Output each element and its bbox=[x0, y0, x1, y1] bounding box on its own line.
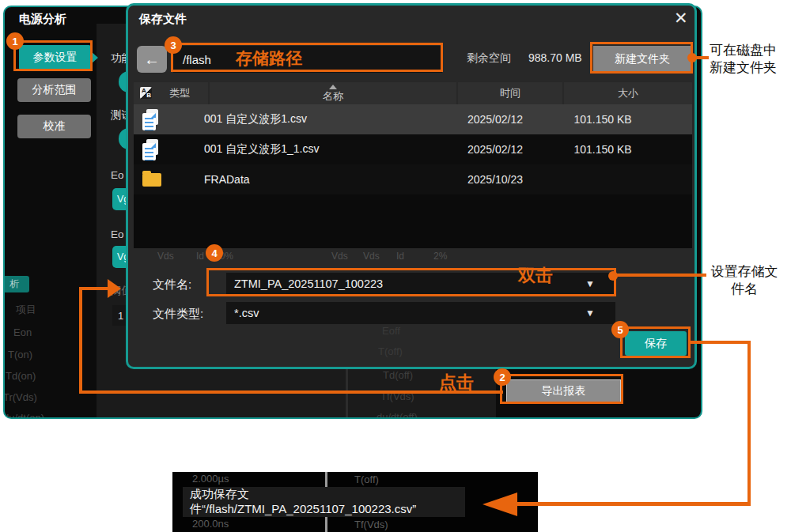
note-set-filename: 设置存储文 件名 bbox=[706, 263, 782, 298]
file-list-empty-area bbox=[134, 194, 692, 248]
column-header-name[interactable]: 名称 bbox=[210, 82, 456, 104]
arrow-right-icon bbox=[108, 279, 121, 298]
note-line: 件名 bbox=[706, 281, 782, 298]
chevron-down-icon[interactable]: ▼ bbox=[585, 308, 595, 319]
step-badge-1: 1 bbox=[6, 32, 24, 50]
file-size: 101.150 KB bbox=[547, 134, 658, 164]
ghost-text: Vds bbox=[363, 251, 380, 262]
close-icon[interactable]: ✕ bbox=[674, 9, 688, 28]
free-space-value: 988.70 MB bbox=[528, 51, 582, 64]
sort-ascending-icon bbox=[329, 85, 337, 89]
back-arrow-icon: ← bbox=[144, 51, 160, 69]
ghost-eon-label: Eo bbox=[111, 169, 124, 181]
file-size: 101.150 KB bbox=[547, 104, 658, 134]
ghost-item: Td(off) bbox=[383, 369, 413, 381]
highlight-box-parameter-settings bbox=[13, 40, 93, 71]
toast-message-text: 成功保存文件“/flash/ZTMI_PA_20251107_100223.cs… bbox=[190, 487, 465, 517]
annotation-click: 点击 bbox=[439, 371, 474, 394]
dialog-title: 保存文件 bbox=[139, 12, 187, 27]
file-size bbox=[547, 164, 658, 194]
step-badge-2: 2 bbox=[494, 368, 511, 386]
filetype-label: 文件类型: bbox=[153, 307, 203, 322]
step-badge-5: 5 bbox=[611, 321, 629, 338]
highlight-box-path bbox=[171, 43, 443, 72]
ghost-analysis-tab: 析 bbox=[3, 276, 29, 292]
sidebar-item-analysis-range[interactable]: 分析范围 bbox=[17, 78, 91, 102]
sidebar-item-calibration[interactable]: 校准 bbox=[17, 115, 91, 138]
csv-file-icon bbox=[142, 109, 161, 130]
ghost-item: Tr(Vds) bbox=[3, 391, 37, 403]
ghost-item: Td(on) bbox=[6, 370, 36, 382]
annotation-double-click: 双击 bbox=[518, 264, 553, 288]
free-space-label: 剩余空间 bbox=[467, 51, 511, 66]
toast-message: 成功保存文件“/flash/ZTMI_PA_20251107_100223.cs… bbox=[183, 487, 465, 517]
file-time: 2025/02/12 bbox=[444, 134, 547, 164]
file-time: 2025/02/12 bbox=[444, 104, 547, 134]
csv-file-icon bbox=[142, 139, 161, 160]
ghost-text: T(off) bbox=[378, 345, 403, 357]
connector-dot bbox=[608, 271, 618, 281]
folder-icon bbox=[142, 173, 161, 187]
ghost-eoff-label: Eo bbox=[111, 228, 124, 240]
file-name: FRAData bbox=[204, 164, 250, 194]
ghost-text: Eoff bbox=[382, 325, 400, 337]
step-badge-4: 4 bbox=[206, 244, 223, 262]
file-time: 2025/10/23 bbox=[444, 164, 547, 194]
back-button[interactable]: ← bbox=[137, 46, 167, 73]
highlight-box-new-folder bbox=[590, 42, 693, 74]
ghost-item: du/dt(on) bbox=[3, 412, 44, 419]
file-name: 001 自定义波形1.csv bbox=[204, 104, 307, 134]
ghost-text: Vds bbox=[331, 251, 348, 262]
note-line: 新建文件夹 bbox=[710, 59, 782, 77]
column-header-label: 类型 bbox=[169, 86, 190, 100]
column-header-type[interactable]: AB 类型 bbox=[134, 82, 208, 104]
window-title: 电源分析 bbox=[19, 12, 66, 27]
column-header-size[interactable]: 大小 bbox=[564, 82, 692, 104]
highlight-box-save bbox=[620, 326, 691, 358]
note-line: 设置存储文 bbox=[706, 263, 782, 281]
highlight-box-filename bbox=[206, 268, 616, 296]
ghost-item: du/dt(off) bbox=[377, 411, 418, 419]
sidebar-item-label: 分析范围 bbox=[32, 83, 77, 97]
table-row-selected[interactable]: 001 自定义波形1.csv 2025/02/12 101.150 KB bbox=[134, 104, 692, 134]
sidebar-item-label: 校准 bbox=[44, 119, 66, 134]
ghost-text: 2.000µs bbox=[192, 473, 229, 485]
connector-line bbox=[79, 288, 82, 394]
grid-line bbox=[325, 472, 327, 487]
connector-line bbox=[747, 341, 751, 505]
note-line: 可在磁盘中 bbox=[710, 42, 782, 59]
highlight-box-export bbox=[500, 374, 623, 404]
table-row[interactable]: 001 自定义波形1_1.csv 2025/02/12 101.150 KB bbox=[134, 134, 692, 164]
ghost-item: T(on) bbox=[8, 349, 32, 360]
ghost-text: 2% bbox=[433, 251, 447, 262]
ghost-item: 项目 bbox=[16, 303, 36, 317]
filename-label: 文件名: bbox=[153, 277, 191, 292]
connector-dot bbox=[687, 53, 697, 62]
column-header-label: 名称 bbox=[323, 89, 343, 104]
connector-line bbox=[613, 274, 706, 277]
connector-line bbox=[79, 287, 109, 290]
column-header-time[interactable]: 时间 bbox=[458, 82, 562, 104]
ghost-text: Vds bbox=[157, 251, 174, 262]
connector-line bbox=[517, 502, 751, 506]
table-row[interactable]: FRAData 2025/10/23 bbox=[134, 164, 692, 194]
annotation-path-label: 存储路径 bbox=[236, 47, 302, 70]
arrow-left-icon bbox=[483, 492, 517, 516]
ghost-text: Id bbox=[196, 251, 204, 262]
ghost-text: T(off) bbox=[354, 474, 379, 485]
column-header-label: 时间 bbox=[500, 86, 520, 100]
column-header-label: 大小 bbox=[618, 86, 638, 100]
filetype-dropdown[interactable]: *.csv bbox=[226, 302, 615, 324]
ghost-text: Tf(Vds) bbox=[354, 519, 388, 530]
file-type-sort-icon: AB bbox=[140, 87, 152, 99]
screen: 电源分析 ✕ 参数设置 分析范围 校准 功能 测试 Eo Vgs Eo Vgs … bbox=[0, 0, 791, 532]
file-name: 001 自定义波形1_1.csv bbox=[204, 134, 320, 164]
note-new-folder: 可在磁盘中 新建文件夹 bbox=[710, 42, 782, 77]
filetype-value: *.csv bbox=[234, 307, 259, 319]
ghost-text: 200.0ns bbox=[192, 518, 229, 530]
ghost-text: Id bbox=[396, 251, 404, 262]
connector-line bbox=[689, 341, 751, 344]
ghost-item: Eon bbox=[13, 326, 32, 338]
step-badge-3: 3 bbox=[165, 36, 182, 54]
